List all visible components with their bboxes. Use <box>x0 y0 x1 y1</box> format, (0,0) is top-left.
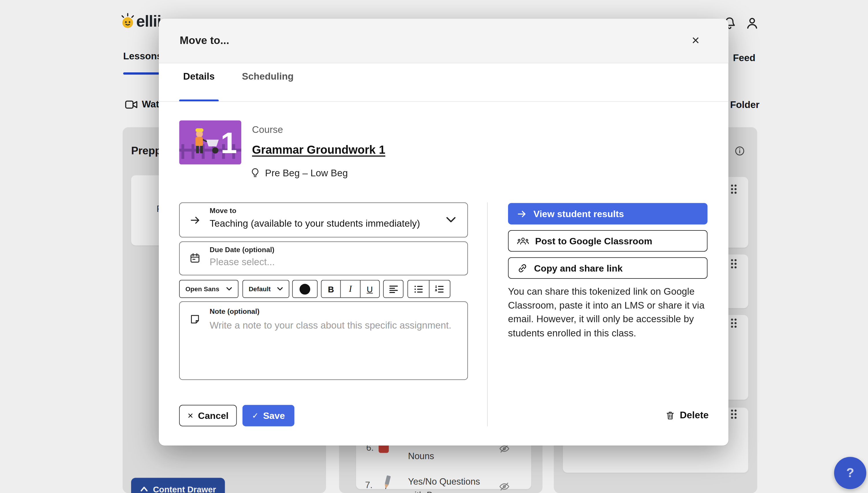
course-title-text: Grammar Groundwork 1 <box>252 143 385 156</box>
course-title-link[interactable]: Grammar Groundwork 1 <box>252 143 385 157</box>
arrow-right-icon <box>516 209 527 219</box>
color-swatch-circle <box>299 283 310 294</box>
italic-button[interactable]: I <box>340 280 360 298</box>
modal-column-divider <box>487 202 488 426</box>
save-label: Save <box>263 410 285 421</box>
link-icon <box>517 262 528 273</box>
svg-text:1: 1 <box>221 127 237 159</box>
save-button[interactable]: ✓ Save <box>242 405 294 426</box>
move-to-label: Move to <box>210 207 237 215</box>
due-date-label: Due Date (optional) <box>210 246 274 254</box>
numbered-list-button[interactable] <box>428 280 450 298</box>
tab-scheduling-label: Scheduling <box>242 71 294 82</box>
text-style-group: B I U <box>321 280 380 298</box>
bold-glyph: B <box>328 284 334 294</box>
bullet-list-button[interactable] <box>408 280 428 298</box>
close-glyph: ✕ <box>691 35 700 47</box>
trash-icon <box>665 410 675 421</box>
align-left-icon <box>388 284 398 293</box>
cancel-button[interactable]: ✕ Cancel <box>179 405 237 426</box>
cancel-label: Cancel <box>198 410 228 421</box>
italic-glyph: I <box>349 284 352 294</box>
google-classroom-people-icon <box>517 236 529 245</box>
due-date-placeholder: Please select... <box>210 257 275 268</box>
save-check-icon: ✓ <box>252 411 259 420</box>
tab-details[interactable]: Details <box>179 71 219 83</box>
modal-title: Move to... <box>180 35 229 47</box>
course-level-label: Pre Beg – Low Beg <box>265 168 348 179</box>
font-family-value: Open Sans <box>185 285 219 292</box>
text-color-button[interactable] <box>292 280 318 298</box>
tab-scheduling[interactable]: Scheduling <box>242 71 294 83</box>
note-label: Note (optional) <box>210 308 260 316</box>
due-date-field[interactable]: Due Date (optional) Please select... <box>179 241 468 275</box>
cancel-x-icon: ✕ <box>187 411 193 420</box>
copy-link-label: Copy and share link <box>534 262 623 273</box>
copy-and-share-link-button[interactable]: Copy and share link <box>508 257 707 279</box>
note-field[interactable]: Note (optional) Write a note to your cla… <box>179 301 468 380</box>
align-button[interactable] <box>383 280 403 298</box>
post-to-google-classroom-button[interactable]: Post to Google Classroom <box>508 230 707 252</box>
move-to-modal: Move to... ✕ Details Scheduling <box>159 19 729 446</box>
move-to-select[interactable]: Move to Teaching (available to your stud… <box>179 202 468 237</box>
level-lightbulb-icon <box>250 167 261 180</box>
modal-header: Move to... ✕ <box>159 19 729 63</box>
tab-details-label: Details <box>183 71 215 82</box>
font-size-select[interactable]: Default <box>242 280 289 298</box>
close-icon[interactable]: ✕ <box>688 33 704 49</box>
underline-button[interactable]: U <box>360 280 379 298</box>
font-size-value: Default <box>248 285 270 292</box>
bold-button[interactable]: B <box>321 280 340 298</box>
font-family-select[interactable]: Open Sans <box>179 280 239 298</box>
tabs-divider <box>159 101 729 102</box>
post-classroom-label: Post to Google Classroom <box>535 235 652 246</box>
chevron-down-icon <box>277 286 283 291</box>
note-placeholder: Write a note to your class about this sp… <box>210 320 453 331</box>
move-to-value: Teaching (available to your students imm… <box>210 218 420 230</box>
course-thumbnail: 1 <box>179 121 241 165</box>
chevron-down-icon <box>226 286 232 291</box>
delete-button[interactable]: Delete <box>665 410 709 421</box>
view-student-results-label: View student results <box>534 209 624 219</box>
list-button-group <box>407 280 450 298</box>
share-description: You can share this tokenized link on Goo… <box>508 285 711 341</box>
course-eyebrow: Course <box>252 125 283 136</box>
delete-label: Delete <box>680 410 709 421</box>
arrow-right-icon <box>189 214 201 226</box>
view-student-results-button[interactable]: View student results <box>508 203 707 224</box>
chevron-down-icon <box>446 216 456 224</box>
calendar-icon <box>189 252 201 264</box>
note-icon <box>189 314 201 325</box>
underline-glyph: U <box>366 284 373 294</box>
